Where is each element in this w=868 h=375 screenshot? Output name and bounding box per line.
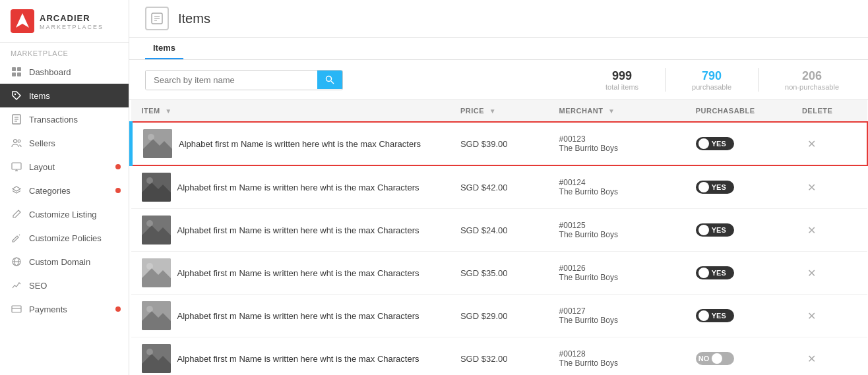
item-purchasable: YES	[685, 295, 791, 337]
svg-rect-13	[12, 163, 21, 169]
svg-rect-5	[17, 72, 21, 76]
toggle-label: YES	[712, 183, 726, 191]
toggle-label: NO	[698, 355, 710, 362]
col-merchant[interactable]: MERCHANT ▼	[549, 100, 685, 122]
table-row[interactable]: Alphabet first m Name is written here wh…	[131, 337, 868, 376]
sidebar-item-sellers[interactable]: Sellers	[0, 131, 129, 155]
sidebar-item-customize-policies[interactable]: Customize Policies	[0, 226, 129, 250]
sidebar-label-items: Items	[29, 91, 118, 101]
delete-button[interactable]: ✕	[802, 350, 821, 368]
item-merchant: #00123The Burrito Boys	[549, 122, 685, 165]
col-purchasable: PURCHASABLE	[685, 100, 791, 122]
table-row[interactable]: Alphabet first m Name is written here wh…	[131, 295, 868, 337]
sidebar-item-custom-domain[interactable]: Custom Domain	[0, 250, 129, 274]
sidebar-item-transactions[interactable]: Transactions	[0, 107, 129, 131]
item-merchant: #00128The Burrito Boys	[549, 337, 685, 376]
item-price: SGD $35.00	[450, 252, 549, 295]
delete-button[interactable]: ✕	[802, 221, 821, 239]
table-row[interactable]: Alphabet first m Name is written here wh…	[131, 165, 868, 209]
item-delete-cell: ✕	[791, 122, 867, 165]
sidebar-item-categories[interactable]: Categories	[0, 179, 129, 202]
item-name: Alphabet first m Name is written here wh…	[179, 139, 421, 149]
merchant-name: The Burrito Boys	[559, 144, 675, 153]
stats-divider-1	[665, 68, 666, 92]
toggle-knob	[712, 353, 722, 364]
purchasable-toggle[interactable]: YES	[696, 137, 734, 150]
merchant-id: #00126	[559, 264, 675, 273]
sidebar-item-customize-listing[interactable]: Customize Listing	[0, 202, 129, 226]
svg-point-6	[15, 94, 16, 95]
delete-button[interactable]: ✕	[802, 264, 821, 282]
items-table-container: ITEM ▼ PRICE ▼ MERCHANT ▼ PURCHASABLE	[129, 100, 868, 375]
sidebar-label-dashboard: Dashboard	[29, 67, 118, 77]
purchasable-label: purchasable	[692, 83, 731, 91]
item-name: Alphabet first m Name is written here wh…	[177, 354, 419, 364]
sidebar-item-payments[interactable]: Payments	[0, 297, 129, 321]
sidebar-item-dashboard[interactable]: Dashboard	[0, 60, 129, 84]
item-cell: Alphabet first m Name is written here wh…	[131, 252, 450, 295]
purchasable-count: 790	[702, 69, 722, 83]
col-delete: DELETE	[791, 100, 867, 122]
svg-point-25	[326, 76, 332, 82]
item-price: SGD $32.00	[450, 337, 549, 376]
total-count: 999	[612, 69, 632, 83]
layout-badge	[115, 164, 121, 169]
globe-icon	[11, 256, 22, 268]
item-cell: Alphabet first m Name is written here wh…	[131, 209, 450, 252]
categories-badge	[115, 188, 121, 193]
stats-non-purchasable: 206 non-purchasable	[785, 69, 839, 91]
item-thumbnail	[142, 173, 171, 202]
delete-button[interactable]: ✕	[802, 307, 821, 325]
item-price: SGD $39.00	[450, 122, 549, 165]
breadcrumb-tab-items[interactable]: Items	[145, 38, 183, 59]
brand-text: ARCADIER MARKETPLACES	[40, 12, 104, 30]
item-delete-cell: ✕	[791, 295, 867, 337]
purchasable-toggle[interactable]: YES	[696, 266, 734, 279]
svg-rect-19	[12, 306, 21, 312]
delete-button[interactable]: ✕	[802, 179, 821, 196]
purchasable-toggle[interactable]: YES	[696, 223, 734, 237]
purchasable-toggle[interactable]: NO	[696, 352, 734, 365]
table-row[interactable]: Alphabet first m Name is written here wh…	[131, 209, 868, 252]
sidebar-item-seo[interactable]: SEO	[0, 274, 129, 297]
toggle-knob	[698, 182, 709, 192]
purchasable-toggle[interactable]: YES	[696, 309, 734, 322]
edit-icon	[11, 232, 22, 244]
search-button[interactable]	[317, 71, 342, 89]
purchasable-toggle[interactable]: YES	[696, 181, 734, 194]
breadcrumb-bar: Items	[129, 38, 868, 60]
svg-point-38	[146, 349, 153, 355]
table-row[interactable]: Alphabet first m Name is written here wh…	[131, 252, 868, 295]
arcadier-logo-icon	[11, 9, 34, 33]
toggle-label: YES	[712, 226, 726, 234]
item-name: Alphabet first m Name is written here wh…	[177, 183, 419, 192]
svg-point-30	[146, 177, 153, 184]
item-name: Alphabet first m Name is written here wh…	[177, 311, 419, 321]
table-row[interactable]: Alphabet first m Name is written here wh…	[131, 122, 868, 165]
svg-rect-2	[12, 67, 16, 71]
toggle-knob	[698, 138, 709, 149]
sort-icon-merchant: ▼	[608, 107, 615, 115]
main-content: Items Items 999 total items 790 purchasa…	[129, 0, 868, 375]
search-input[interactable]	[146, 71, 317, 90]
item-merchant: #00127The Burrito Boys	[549, 295, 685, 337]
page-header-icon	[145, 7, 169, 30]
sidebar-item-layout[interactable]: Layout	[0, 155, 129, 179]
search-box	[145, 70, 343, 90]
sidebar-item-items[interactable]: Items	[0, 84, 129, 107]
sidebar-label-sellers: Sellers	[29, 138, 118, 148]
delete-button[interactable]: ✕	[802, 135, 821, 153]
merchant-name: The Burrito Boys	[559, 359, 675, 368]
toggle-label: YES	[712, 140, 726, 148]
merchant-id: #00128	[559, 349, 675, 359]
item-price: SGD $29.00	[450, 295, 549, 337]
sidebar-label-transactions: Transactions	[29, 115, 118, 125]
sort-icon-item: ▼	[165, 107, 171, 115]
item-name: Alphabet first m Name is written here wh…	[177, 225, 419, 235]
col-item[interactable]: ITEM ▼	[131, 100, 450, 122]
col-price[interactable]: PRICE ▼	[450, 100, 549, 122]
item-cell: Alphabet first m Name is written here wh…	[131, 337, 450, 376]
item-delete-cell: ✕	[791, 165, 867, 209]
item-delete-cell: ✕	[791, 209, 867, 252]
svg-point-11	[14, 140, 17, 143]
